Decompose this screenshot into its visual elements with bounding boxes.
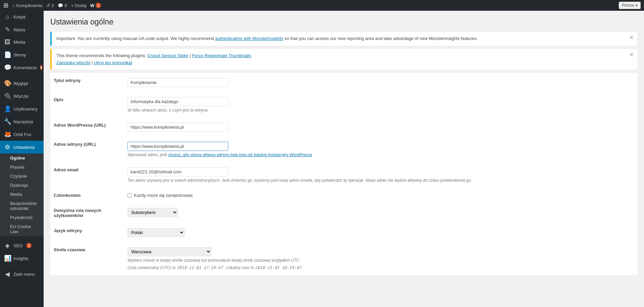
wp-address-input[interactable] [128,123,228,132]
utc-value: 2018-11-01 17:19:47 [177,265,223,270]
sidebar-item-media[interactable]: 🖼 Media [0,36,44,48]
language-row: Język witryny Polski English [50,223,637,242]
comments-count[interactable]: 💬 8 [58,3,67,8]
sidebar-label-wpisy: Wpisy [13,27,25,32]
sidebar-item-uzytkownicy[interactable]: 👤 Użytkownicy [0,102,44,115]
install-plugins-link[interactable]: Zainstaluj wtyczki [56,60,90,65]
sidebar-collapse[interactable]: ◀ Zwiń menu [0,268,44,280]
sidebar-item-orbit-fox[interactable]: 🦊 Orbit Fox [0,128,44,141]
membership-label: Członkostwo [54,193,81,198]
email-label: Adres email [54,167,79,172]
sidebar-item-seo[interactable]: ◈ SEO 1 [0,239,44,252]
topbar: ⊞ ⌂ Kompikownia ↺ 3 💬 8 + Dodaj W 1 Wita… [0,0,644,11]
sidebar-label-orbit-fox: Orbit Fox [13,132,31,137]
wpisy-icon: ✎ [4,26,11,33]
email-input[interactable] [128,167,228,176]
sidebar-item-wpisy[interactable]: ✎ Wpisy [0,23,44,36]
membership-row: Członkostwo Każdy może się zarejestrować [50,188,637,203]
house-icon: ⌂ [12,3,15,8]
komentarze-icon: 💬 [4,64,11,71]
sidebar-item-komentarze[interactable]: 💬 Komentarze 8 [0,61,44,74]
sidebar-label-wyglad: Wygląd [13,81,28,86]
mi-logo: W [90,3,94,8]
sidebar-label-ustawienia: Ustawienia [13,145,35,150]
add-new-button[interactable]: + Dodaj [71,3,86,8]
description-input[interactable] [128,97,228,106]
submenu-eu-cookie-law[interactable]: EU Cookie Law [0,222,44,236]
timezone-select[interactable]: Warszawa UTC America/New_York Europe/Lon… [128,247,211,256]
site-address-input[interactable] [128,142,228,151]
description-row: Opis W kilku słowach opisz, o czym jest … [50,92,637,118]
timezone-label: Strefa czasowa [54,247,85,252]
sidebar-item-narzedzia[interactable]: 🔧 Narzędzia [0,115,44,128]
email-row: Adres email Ten adres używany jest w cel… [50,162,637,188]
help-button[interactable]: Pomoc ▾ [619,2,641,9]
site-title-input[interactable] [128,78,228,87]
revisions-icon: ↺ [46,3,50,8]
sidebar-item-wyglad[interactable]: 🎨 Wygląd [0,77,44,90]
site-address-row: Adres witryny (URL) Wprowadź adres, jeśl… [50,137,637,162]
revisions-count[interactable]: ↺ 3 [46,3,54,8]
hide-notice-link[interactable]: Ukryj ten komunikat [94,60,132,65]
submenu-prywatnosc[interactable]: Prywatność [0,213,44,222]
site-address-hint-link[interactable]: chcesz, aby strona główna witryny była i… [168,152,312,157]
local-label: Lokalny czas to [226,265,254,270]
timezone-hint: Wybierz miasto w twojej strefie czasowej… [128,258,634,263]
description-label: Opis [54,97,63,102]
theme-period: . [251,53,252,58]
sidebar-item-strony[interactable]: 📄 Strony [0,48,44,61]
mi-icon-area[interactable]: W 1 [90,3,101,8]
monster-insights-link[interactable]: authenticating with MonsterInsights [215,36,283,41]
sidebar-label-seo: SEO [13,243,22,248]
description-hint: W kilku słowach opisz, o czym jest ta wi… [128,108,634,113]
komentarze-badge: 8 [40,65,42,70]
default-role-row: Domyślna rola nowych użytkowników Subskr… [50,203,637,223]
default-role-label: Domyślna rola nowych użytkowników [54,208,101,218]
timezone-row: Strefa czasowa Warszawa UTC America/New_… [50,242,637,275]
comments-icon: 💬 [58,3,63,8]
kokpit-icon: ⌂ [4,13,11,20]
default-role-select[interactable]: Subskrybent Współautor Autor Redaktor Ad… [128,208,178,217]
utc-time-info: Czas uniwersalny (UTC) to 2018-11-01 17:… [128,265,634,270]
submenu-ogolne[interactable]: Ogólne [0,154,44,163]
wtyczki-icon: 🔌 [4,92,11,100]
utc-label: Czas uniwersalny (UTC) to [128,265,176,270]
seo-badge: 1 [26,243,32,248]
submenu-pisanie[interactable]: Pisanie [0,163,44,172]
submenu-dyskusja[interactable]: Dyskusja [0,181,44,190]
content-area: Ustawienia ogólne Important: You are cur… [44,11,644,307]
language-select[interactable]: Polski English [128,228,185,237]
seo-icon: ◈ [4,242,11,249]
sidebar-item-ustawienia[interactable]: ⚙ Ustawienia [0,141,44,154]
membership-checkbox[interactable] [128,193,132,198]
collapse-label: Zwiń menu [13,272,35,277]
site-name[interactable]: ⌂ Kompikownia [12,3,42,8]
force-regen-link[interactable]: Force Regenerate Thumbnails [192,53,251,58]
site-title-row: Tytut witryny [50,73,637,92]
sidebar-item-wtyczki[interactable]: 🔌 Wtyczki [0,90,44,102]
site-title-label: Tytut witryny [54,78,81,83]
wp-logo-area[interactable]: ⊞ [3,2,8,9]
uzytkownicy-icon: 👤 [4,105,11,113]
cryout-link[interactable]: Cryout Serious Slider [147,53,189,58]
site-address-label: Adres witryny (URL) [54,142,96,147]
sidebar-item-insights[interactable]: 📊 Insights [0,252,44,265]
site-address-hint: Wprowadź adres, jeśli chcesz, aby strona… [128,152,634,157]
theme-sep: | [189,53,192,58]
sidebar: ⌂ Kokpit ✎ Wpisy 🖼 Media 📄 Strony 💬 [0,11,44,307]
theme-sep2: | [90,60,94,65]
notice-dismiss-button[interactable]: ✕ [629,35,634,41]
settings-form: Tytut witryny Opis W kilku słowach opisz… [50,73,637,275]
submenu-media[interactable]: Media [0,190,44,199]
theme-notice-dismiss-button[interactable]: ✕ [629,52,634,58]
submenu-czytanie[interactable]: Czytanie [0,172,44,181]
wp-logo-icon: ⊞ [3,2,8,9]
sidebar-label-media: Media [13,40,25,45]
sidebar-item-kokpit[interactable]: ⌂ Kokpit [0,11,44,23]
email-hint: Ten adres używany jest w celach administ… [128,178,634,183]
page-title: Ustawienia ogólne [50,17,637,27]
membership-checkbox-label: Każdy może się zarejestrować [128,193,634,198]
submenu-bezposrednie-odnosniki[interactable]: Bezpośrednie odnośniki [0,199,44,213]
wp-address-row: Adres WordPressa (URL) [50,118,637,137]
sidebar-label-komentarze: Komentarze [13,65,37,70]
